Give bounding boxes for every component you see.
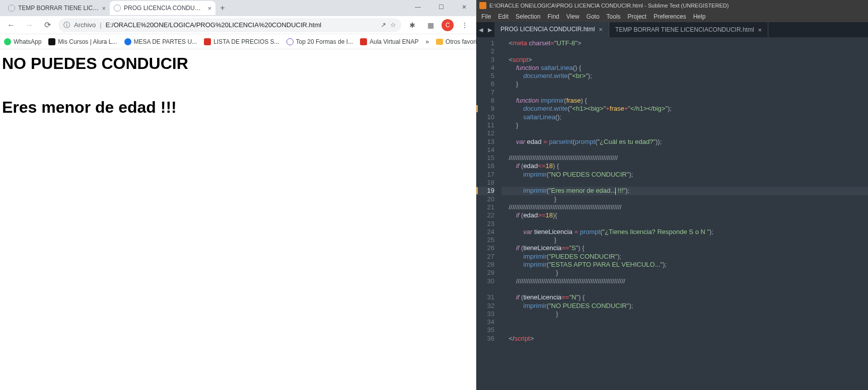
menu-goto[interactable]: Goto [587,13,600,20]
tab-title: PROG LICENCIA CONDUCIR.html [124,5,204,12]
close-icon[interactable]: × [207,5,211,12]
editor-tab-title: PROG LICENCIA CONDUCIR.html [500,26,595,33]
code-editor[interactable]: 1234567891011121314151617181920212223242… [476,37,868,390]
code-area[interactable]: <meta charset="UTF-8"> <script> function… [497,37,868,390]
browser-tab[interactable]: PROG LICENCIA CONDUCIR.html × [110,1,215,15]
bookmark-item[interactable]: Top 20 Formas de I... [286,38,353,45]
minimize-icon[interactable]: — [406,0,429,14]
menu-help[interactable]: Help [693,13,706,20]
bookmarks-bar: WhatsApp Mis Cursos | Alura L... MESA DE… [0,34,476,49]
bookmark-item[interactable]: Aula Virtual ENAP [360,38,418,45]
url-text: E:/ORACLE%20ONE/LOGICA/PROG%20LICENCIA%2… [106,21,321,29]
bookmark-icon [4,38,11,45]
globe-icon [8,5,15,12]
maximize-icon[interactable]: ☐ [429,0,453,14]
tab-nav-right-icon[interactable]: ▶ [485,22,494,37]
close-icon[interactable]: × [758,26,762,34]
sublime-titlebar: E:\ORACLE ONE\LOGICA\PROG LICENCIA CONDU… [476,0,868,11]
tab-nav-left-icon[interactable]: ◀ [476,22,485,37]
close-icon[interactable]: × [599,26,603,33]
page-heading: Eres menor de edad !!! [2,98,474,117]
chrome-titlebar: TEMP BORRAR TIENE LICENCIAC × PROG LICEN… [0,0,476,16]
chrome-window: TEMP BORRAR TIENE LICENCIAC × PROG LICEN… [0,0,476,390]
editor-tab[interactable]: TEMP BORRAR TIENE LICENCIACONDUCIR.html … [609,22,768,37]
menu-tools[interactable]: Tools [607,13,621,20]
bookmark-item[interactable]: WhatsApp [4,38,41,45]
reload-icon[interactable]: ⟳ [40,18,54,32]
line-gutter: 1234567891011121314151617181920212223242… [476,37,497,390]
share-icon[interactable]: ↗ [381,21,386,29]
bookmark-item[interactable]: MESA DE PARTES U... [124,38,197,45]
address-bar[interactable]: ⓘ Archivo | E:/ORACLE%20ONE/LOGICA/PROG%… [58,18,401,32]
bookmark-icon [286,38,294,45]
close-icon[interactable]: × [102,5,106,12]
url-label: Archivo [74,21,96,29]
menu-selection[interactable]: Selection [516,13,540,20]
new-tab-button[interactable]: + [215,1,230,15]
bookmark-item[interactable]: Mis Cursos | Alura L... [48,38,117,45]
apps-icon[interactable]: ▦ [423,18,438,32]
tab-title: TEMP BORRAR TIENE LICENCIAC [18,5,99,12]
bookmark-icon [204,38,211,45]
star-icon[interactable]: ☆ [390,21,396,29]
profile-avatar[interactable]: C [442,19,454,31]
bookmark-item[interactable]: LISTA DE PRECIOS S... [204,38,279,45]
back-icon[interactable]: ← [4,18,18,32]
info-icon[interactable]: ⓘ [63,21,70,30]
browser-tab[interactable]: TEMP BORRAR TIENE LICENCIAC × [4,1,110,15]
menu-preferences[interactable]: Preferences [654,13,686,20]
sublime-icon [479,2,486,9]
globe-icon [114,5,121,12]
chrome-toolbar: ← → ⟳ ⓘ Archivo | E:/ORACLE%20ONE/LOGICA… [0,16,476,34]
extensions-icon[interactable]: ✱ [405,18,419,32]
page-heading: NO PUEDES CONDUCIR [2,54,474,73]
bookmark-icon [124,38,131,45]
menu-find[interactable]: Find [547,13,559,20]
editor-tab-title: TEMP BORRAR TIENE LICENCIACONDUCIR.html [615,26,754,33]
close-icon[interactable]: ✕ [453,0,476,14]
window-controls: — ☐ ✕ [406,0,476,14]
sublime-window: E:\ORACLE ONE\LOGICA\PROG LICENCIA CONDU… [476,0,868,390]
menu-file[interactable]: File [481,13,491,20]
window-title: E:\ORACLE ONE\LOGICA\PROG LICENCIA CONDU… [489,3,729,9]
folder-icon [436,39,443,45]
menu-icon[interactable]: ⋮ [458,18,472,32]
menu-view[interactable]: View [566,13,580,20]
page-content: NO PUEDES CONDUCIR Eres menor de edad !!… [0,49,476,390]
menu-edit[interactable]: Edit [498,13,509,20]
forward-icon[interactable]: → [22,18,36,32]
bookmark-icon [48,38,55,45]
tabstrip: TEMP BORRAR TIENE LICENCIAC × PROG LICEN… [0,0,230,16]
bookmarks-overflow[interactable]: » [425,38,429,45]
editor-tabbar: ◀ ▶ PROG LICENCIA CONDUCIR.html × TEMP B… [476,22,868,37]
menu-bar: File Edit Selection Find View Goto Tools… [476,11,868,22]
editor-tab[interactable]: PROG LICENCIA CONDUCIR.html × [494,22,609,37]
menu-project[interactable]: Project [628,13,646,20]
bookmark-icon [360,38,367,45]
